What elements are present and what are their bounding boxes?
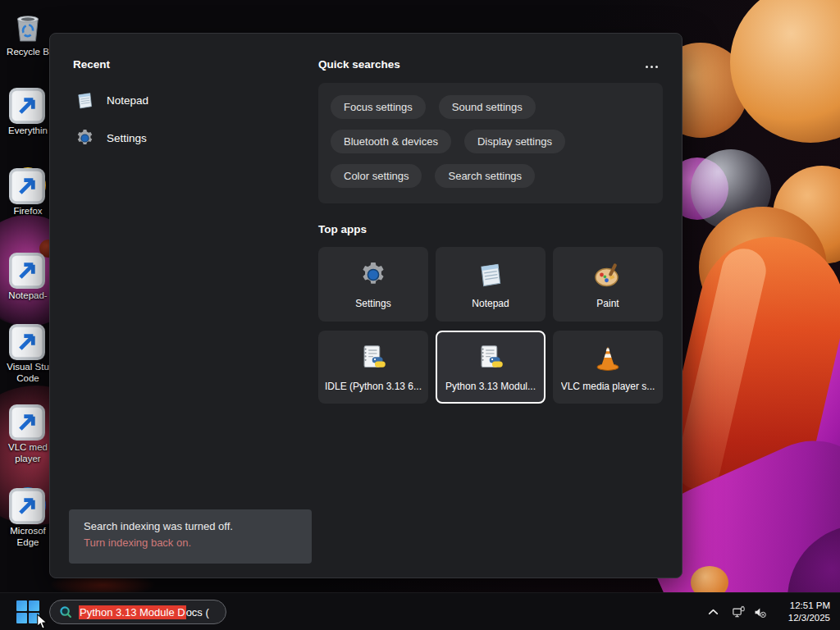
top-app-tile-python-module-docs[interactable]: Python 3.13 Modul... (436, 331, 546, 404)
notepad-icon (476, 260, 505, 290)
desktop-icon-label: Edge (17, 536, 39, 548)
quick-search-pill[interactable]: Color settings (331, 164, 422, 188)
palette-icon (593, 260, 623, 290)
traffic-cone-icon (593, 343, 623, 372)
more-options-icon[interactable] (641, 60, 662, 73)
desktop-icon-recycle-bin[interactable]: Recycle B (2, 7, 54, 57)
top-app-tile-settings[interactable]: Settings (318, 247, 428, 322)
desktop-icon-vlc[interactable]: VLC med player (2, 402, 54, 464)
shortcut-arrow-icon (9, 168, 45, 204)
top-app-tile-paint[interactable]: Paint (553, 247, 663, 322)
mouse-cursor (36, 614, 48, 630)
desktop-icon-everything[interactable]: Everythin (2, 85, 54, 136)
taskbar-search-box[interactable]: Python 3.13 Module Docs ( (49, 600, 226, 624)
recycle-bin-icon (8, 7, 48, 46)
recent-item-settings[interactable]: Settings (75, 124, 296, 152)
top-app-label: Paint (596, 298, 619, 309)
notification-text: Search indexing was turned off. (84, 520, 297, 532)
vscode-icon (8, 322, 48, 361)
network-ethernet-icon[interactable] (730, 604, 746, 620)
desktop-icon-label: player (15, 453, 40, 464)
recent-item-label: Settings (107, 132, 147, 144)
taskbar: Python 3.13 Module Docs ( 12:51 PM 12/3/… (0, 592, 840, 630)
quick-search-pill[interactable]: Display settings (464, 130, 565, 153)
top-app-label: IDLE (Python 3.13 6... (325, 381, 422, 392)
clock-date: 12/3/2025 (788, 612, 830, 624)
desktop-icon-firefox[interactable]: Firefox (2, 166, 54, 217)
unselected-text: ocs ( (186, 606, 209, 619)
gear-icon (358, 260, 388, 290)
quick-search-pill[interactable]: Search settings (435, 164, 535, 188)
desktop-icon-notepad-plus-plus[interactable]: Notepad- (2, 250, 54, 301)
everything-magnifier-icon (8, 85, 48, 125)
desktop-icon-label: Recycle B (7, 46, 49, 57)
recent-item-notepad[interactable]: Notepad (75, 86, 296, 114)
quick-searches-card: Focus settings Sound settings Bluetooth … (318, 83, 663, 203)
shortcut-arrow-icon (9, 404, 45, 441)
indexing-notification: Search indexing was turned off. Turn ind… (69, 509, 312, 564)
shortcut-arrow-icon (9, 88, 45, 124)
recent-item-label: Notepad (107, 94, 148, 107)
top-app-label: Notepad (472, 298, 509, 309)
quick-search-pill[interactable]: Sound settings (439, 95, 536, 119)
desktop-icon-label: VLC med (8, 441, 48, 453)
turn-indexing-on-link[interactable]: Turn indexing back on. (84, 536, 297, 549)
shortcut-arrow-icon (9, 253, 45, 289)
search-input-text[interactable]: Python 3.13 Module Docs ( (79, 606, 209, 619)
notepad-plus-plus-icon (8, 250, 48, 290)
top-apps-header: Top apps (318, 223, 367, 235)
vlc-cone-icon (8, 402, 48, 441)
top-app-tile-vlc[interactable]: VLC media player s... (553, 331, 663, 404)
python-document-icon (358, 343, 388, 372)
desktop-icon-label: Everythin (8, 125, 48, 136)
desktop-icon-label: Visual Stu (7, 361, 49, 372)
tray-expand-chevron-icon[interactable] (705, 604, 721, 620)
quick-search-pill[interactable]: Focus settings (331, 95, 426, 119)
desktop-icon-label: Microsof (10, 525, 45, 536)
desktop-icon-edge[interactable]: Microsof Edge (2, 486, 54, 548)
desktop-icon-label: Notepad- (8, 290, 47, 301)
desktop-icon-label: Code (16, 372, 39, 384)
python-document-icon (476, 343, 505, 372)
windows-logo-icon (16, 600, 27, 611)
taskbar-clock[interactable]: 12:51 PM 12/3/2025 (788, 600, 830, 624)
top-app-label: Settings (355, 298, 390, 309)
volume-muted-icon[interactable] (751, 604, 768, 620)
top-app-tile-notepad[interactable]: Notepad (436, 247, 546, 322)
shortcut-arrow-icon (9, 488, 45, 524)
recent-header: Recent (73, 58, 110, 71)
gear-icon (75, 128, 95, 148)
edge-icon (8, 486, 48, 525)
notepad-icon (75, 90, 95, 111)
clock-time: 12:51 PM (788, 600, 830, 612)
desktop-icon-visual-studio-code[interactable]: Visual Stu Code (2, 322, 54, 384)
top-app-tile-idle-python[interactable]: IDLE (Python 3.13 6... (318, 331, 428, 404)
search-icon (58, 605, 73, 619)
desktop-icon-label: Firefox (13, 205, 42, 217)
quick-search-pill[interactable]: Bluetooth & devices (331, 130, 451, 153)
shortcut-arrow-icon (9, 324, 45, 360)
top-app-label: Python 3.13 Modul... (445, 381, 536, 392)
search-flyout: Recent Notepad Settings Quick searches F… (49, 33, 682, 578)
firefox-icon (8, 166, 48, 205)
selected-text: Python 3.13 Module D (79, 605, 186, 619)
top-app-label: VLC media player s... (561, 381, 655, 392)
quick-searches-header: Quick searches (318, 58, 400, 71)
